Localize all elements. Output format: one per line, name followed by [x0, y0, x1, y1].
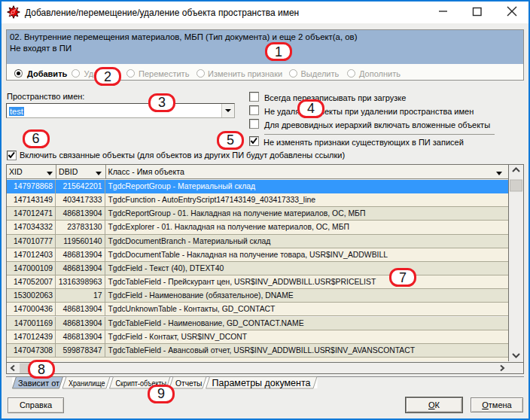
- svg-text:Зависит от: Зависит от: [18, 379, 59, 388]
- svg-text:Отчеты: Отчеты: [175, 379, 203, 388]
- svg-text:Параметры документа: Параметры документа: [212, 378, 311, 388]
- svg-text:Хранилище: Хранилище: [69, 379, 105, 388]
